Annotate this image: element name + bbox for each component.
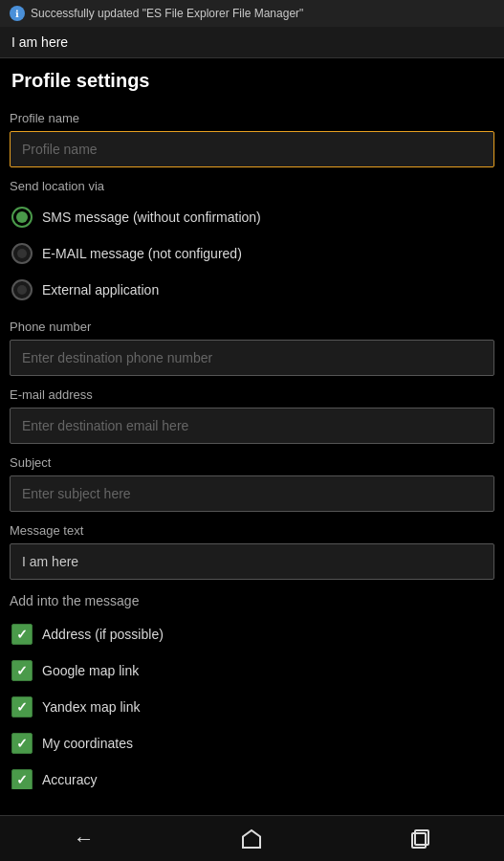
page-title: Profile settings	[0, 58, 504, 99]
email-address-field: E-mail address	[10, 387, 494, 444]
header-title: I am here	[11, 34, 68, 50]
checkbox-google-map[interactable]: Google map link	[10, 652, 494, 689]
radio-email-label: E-MAIL message (not configured)	[42, 246, 242, 261]
checkbox-accuracy[interactable]: Accuracy	[10, 762, 494, 789]
profile-name-label: Profile name	[10, 111, 494, 125]
send-location-label: Send location via	[10, 179, 494, 193]
home-button[interactable]	[234, 822, 269, 856]
radio-email[interactable]: E-MAIL message (not configured)	[10, 235, 494, 272]
phone-number-input[interactable]	[10, 340, 494, 376]
checkbox-google-map-label: Google map link	[42, 663, 139, 678]
checkbox-coordinates-box	[11, 733, 33, 754]
checkbox-coordinates-label: My coordinates	[42, 736, 133, 751]
radio-sms-circle	[11, 207, 33, 228]
message-text-input[interactable]	[10, 543, 494, 580]
email-address-label: E-mail address	[10, 387, 494, 402]
notification-bar: ℹ Successfully updated "ES File Explorer…	[0, 0, 504, 27]
checkbox-accuracy-box	[11, 769, 33, 789]
radio-external-label: External application	[42, 282, 159, 298]
radio-external-circle	[11, 279, 33, 300]
checkbox-address[interactable]: Address (if possible)	[10, 616, 494, 652]
phone-number-field: Phone number	[10, 320, 494, 376]
checkbox-address-box	[11, 624, 33, 645]
content-area: Profile name Send location via SMS messa…	[0, 99, 504, 789]
nav-bar: ←	[0, 815, 504, 861]
profile-name-input[interactable]	[10, 131, 494, 167]
notification-text: Successfully updated "ES File Explorer F…	[31, 7, 303, 20]
checkbox-coordinates[interactable]: My coordinates	[10, 725, 494, 762]
back-icon: ←	[74, 827, 95, 851]
subject-label: Subject	[10, 455, 494, 470]
home-icon	[240, 828, 263, 850]
header-bar: I am here	[0, 27, 504, 58]
checkbox-accuracy-label: Accuracy	[42, 772, 98, 787]
back-button[interactable]: ←	[67, 822, 101, 856]
profile-name-field: Profile name	[10, 111, 494, 167]
add-message-label: Add into the message	[10, 593, 494, 608]
recents-icon	[408, 828, 431, 850]
message-text-field: Message text	[10, 523, 494, 580]
subject-field: Subject	[10, 455, 494, 512]
radio-group: SMS message (without confirmation) E-MAI…	[10, 199, 494, 308]
radio-sms[interactable]: SMS message (without confirmation)	[10, 199, 494, 235]
checkbox-yandex-map[interactable]: Yandex map link	[10, 689, 494, 725]
checkbox-google-map-box	[11, 660, 33, 681]
radio-sms-label: SMS message (without confirmation)	[42, 210, 261, 225]
recents-button[interactable]	[403, 822, 437, 856]
checkbox-yandex-map-box	[11, 696, 33, 718]
radio-external[interactable]: External application	[10, 272, 494, 308]
email-address-input[interactable]	[10, 408, 494, 444]
radio-email-circle	[11, 243, 33, 264]
add-into-message-section: Add into the message Address (if possibl…	[10, 593, 494, 789]
checkbox-group: Address (if possible) Google map link Ya…	[10, 616, 494, 789]
message-text-label: Message text	[10, 523, 494, 538]
notification-icon: ℹ	[10, 6, 25, 21]
checkbox-yandex-map-label: Yandex map link	[42, 699, 140, 715]
subject-input[interactable]	[10, 475, 494, 512]
send-location-section: Send location via SMS message (without c…	[10, 179, 494, 308]
phone-number-label: Phone number	[10, 320, 494, 334]
checkbox-address-label: Address (if possible)	[42, 627, 164, 642]
